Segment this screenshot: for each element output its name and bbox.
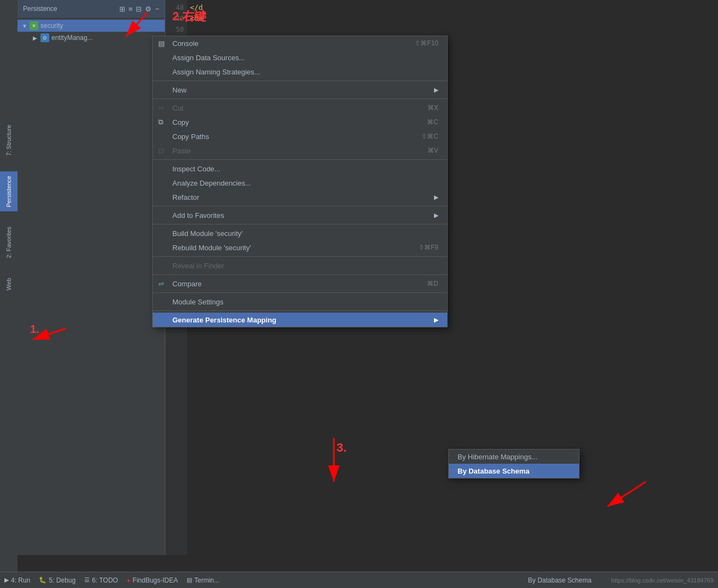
svg-line-1 <box>33 328 66 339</box>
status-item-findbugs[interactable]: ● FindBugs-IDEA <box>127 577 178 584</box>
status-item-todo[interactable]: ☰ 6: TODO <box>84 577 118 584</box>
menu-item-copy-paths[interactable]: Copy Paths ⇧⌘C <box>153 129 447 143</box>
menu-item-refactor-label: Refactor <box>172 193 434 201</box>
menu-item-compare-shortcut: ⌘D <box>427 280 438 287</box>
separator-4 <box>153 206 447 206</box>
menu-item-generate-persistence[interactable]: Generate Persistence Mapping ▶ <box>153 313 447 327</box>
separator-7 <box>153 274 447 275</box>
findbugs-icon: ● <box>127 577 131 584</box>
menu-item-rebuild-module[interactable]: Rebuild Module 'security' ⇧⌘F9 <box>153 240 447 255</box>
menu-item-reveal-label: Reveal in Finder <box>172 262 438 270</box>
svg-line-3 <box>126 12 148 37</box>
separator-8 <box>153 292 447 293</box>
status-item-run[interactable]: ▶ 4: Run <box>4 577 30 584</box>
separator-9 <box>153 310 447 311</box>
menu-item-add-favorites[interactable]: Add to Favorites ▶ <box>153 208 447 222</box>
separator-1 <box>153 80 447 81</box>
sidebar-tab-favorites-label: 2: Favorites <box>5 227 12 258</box>
menu-item-copy-paths-label: Copy Paths <box>172 132 410 141</box>
sub-menu-db-schema-label: By Database Schema <box>458 467 570 475</box>
menu-item-refactor[interactable]: Refactor ▶ <box>153 190 447 204</box>
status-bottom-text: By Database Schema <box>528 577 592 584</box>
menu-item-paste-label: Paste <box>172 147 416 155</box>
sub-menu-hibernate-label: By Hibernate Mappings... <box>458 453 570 461</box>
menu-item-console[interactable]: ▤ Console ⇧⌘F10 <box>153 36 447 50</box>
status-item-terminal-label: Termin... <box>194 577 219 584</box>
run-icon: ▶ <box>4 577 9 584</box>
sub-menu-item-hibernate[interactable]: By Hibernate Mappings... <box>449 449 579 464</box>
debug-icon: 🐛 <box>39 577 47 584</box>
sidebar-tab-favorites[interactable]: 2: Favorites <box>0 222 18 262</box>
sidebar-tab-structure[interactable]: 7: Structure <box>0 120 18 160</box>
menu-item-copy[interactable]: ⧉ Copy ⌘C <box>153 115 447 129</box>
separator-2 <box>153 99 447 99</box>
status-item-debug-label: 5: Debug <box>49 577 76 584</box>
menu-item-paste-shortcut: ⌘V <box>427 147 438 154</box>
copy-icon: ⧉ <box>158 118 163 126</box>
menu-item-new-label: New <box>172 86 434 94</box>
status-item-terminal[interactable]: ▤ Termin... <box>187 577 219 584</box>
arrow-4-svg <box>597 476 662 520</box>
compare-icon: ⇌ <box>158 280 164 288</box>
context-menu: ▤ Console ⇧⌘F10 Assign Data Sources... A… <box>152 36 448 327</box>
arrow-1-svg <box>27 318 71 350</box>
menu-item-module-settings[interactable]: Module Settings <box>153 295 447 309</box>
new-arrow-icon: ▶ <box>434 87 438 94</box>
status-item-todo-label: 6: TODO <box>92 577 118 584</box>
sidebar-tab-web[interactable]: Web <box>0 274 18 295</box>
menu-item-module-settings-label: Module Settings <box>172 298 438 306</box>
menu-item-copy-paths-shortcut: ⇧⌘C <box>421 132 438 140</box>
tree-arrow-security: ▼ <box>22 23 27 29</box>
menu-item-rebuild-label: Rebuild Module 'security' <box>172 244 408 252</box>
vertical-sidebar: 7: Structure Persistence 2: Favorites We… <box>0 0 18 588</box>
tree-arrow-entity: ▶ <box>33 35 38 41</box>
menu-item-console-shortcut: ⇧⌘F10 <box>415 39 438 47</box>
menu-item-copy-label: Copy <box>172 118 416 126</box>
menu-item-analyze-deps[interactable]: Analyze Dependencies... <box>153 176 447 190</box>
menu-item-assign-datasources[interactable]: Assign Data Sources... <box>153 50 447 65</box>
menu-item-assign-naming[interactable]: Assign Naming Strategies... <box>153 65 447 79</box>
separator-6 <box>153 256 447 257</box>
status-bar: ▶ 4: Run 🐛 5: Debug ☰ 6: TODO ● FindBugs… <box>0 572 718 588</box>
entity-icon: ⊙ <box>40 33 49 42</box>
menu-item-build-module[interactable]: Build Module 'security' <box>153 226 447 240</box>
menu-item-inspect-code[interactable]: Inspect Code... <box>153 162 447 176</box>
sub-menu: By Hibernate Mappings... By Database Sch… <box>448 449 580 479</box>
menu-item-reveal-finder[interactable]: Reveal in Finder <box>153 258 447 273</box>
menu-item-paste[interactable]: ⊡ Paste ⌘V <box>153 143 447 158</box>
menu-item-compare[interactable]: ⇌ Compare ⌘D <box>153 276 447 291</box>
menu-item-new[interactable]: New ▶ <box>153 83 447 97</box>
sidebar-tab-persistence-label: Persistence <box>5 176 12 207</box>
code-line-48: </d <box>190 2 718 13</box>
favorites-arrow-icon: ▶ <box>434 212 438 219</box>
status-item-run-label: 4: Run <box>11 577 30 584</box>
terminal-icon: ▤ <box>187 577 192 584</box>
menu-item-rebuild-shortcut: ⇧⌘F9 <box>419 244 438 251</box>
security-label: security <box>40 22 63 30</box>
menu-item-cut-label: Cut <box>172 104 416 112</box>
svg-line-7 <box>607 482 646 506</box>
status-url: https://blog.csdn.net/weixin_43184769 <box>611 577 714 584</box>
status-item-debug[interactable]: 🐛 5: Debug <box>39 577 76 584</box>
menu-item-compare-label: Compare <box>172 280 416 288</box>
menu-item-build-label: Build Module 'security' <box>172 229 438 238</box>
paste-icon: ⊡ <box>158 147 164 155</box>
sidebar-tab-structure-label: 7: Structure <box>5 125 12 156</box>
menu-item-cut[interactable]: ✂ Cut ⌘X <box>153 101 447 115</box>
menu-item-generate-label: Generate Persistence Mapping <box>172 316 434 324</box>
menu-item-cut-shortcut: ⌘X <box>427 104 438 112</box>
todo-icon: ☰ <box>84 577 90 584</box>
arrow-3-svg <box>306 433 361 493</box>
sidebar-tab-web-label: Web <box>5 278 12 290</box>
menu-item-copy-shortcut: ⌘C <box>427 118 438 126</box>
separator-5 <box>153 224 447 224</box>
refactor-arrow-icon: ▶ <box>434 194 438 201</box>
menu-item-favorites-label: Add to Favorites <box>172 211 434 220</box>
generate-arrow-icon: ▶ <box>434 316 438 324</box>
sub-menu-item-db-schema[interactable]: By Database Schema <box>449 464 579 478</box>
menu-item-console-label: Console <box>172 39 404 48</box>
menu-item-assign-naming-label: Assign Naming Strategies... <box>172 68 438 76</box>
menu-item-inspect-label: Inspect Code... <box>172 165 438 173</box>
separator-3 <box>153 159 447 160</box>
sidebar-tab-persistence[interactable]: Persistence <box>0 171 18 211</box>
